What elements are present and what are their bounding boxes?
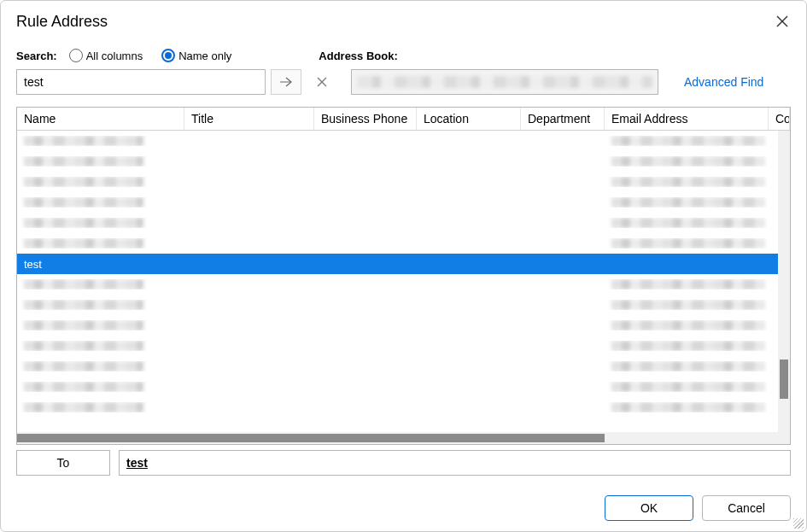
table-row[interactable] xyxy=(17,233,790,254)
rows-area[interactable]: test xyxy=(17,131,790,432)
vertical-scrollbar[interactable] xyxy=(778,131,790,432)
col-title[interactable]: Title xyxy=(184,108,314,130)
go-button[interactable] xyxy=(271,69,301,95)
clear-button[interactable] xyxy=(307,69,337,95)
col-co[interactable]: Co xyxy=(769,108,790,130)
table-row[interactable] xyxy=(17,377,790,397)
radio-icon xyxy=(69,49,83,62)
table-row[interactable] xyxy=(17,397,790,418)
table-row[interactable] xyxy=(17,315,790,336)
search-label: Search: xyxy=(16,50,57,62)
column-header-row: Name Title Business Phone Location Depar… xyxy=(17,108,790,131)
table-row[interactable] xyxy=(17,131,790,151)
search-input[interactable] xyxy=(16,69,266,95)
to-field[interactable]: test xyxy=(119,450,791,476)
advanced-find-link[interactable]: Advanced Find xyxy=(684,75,763,89)
ok-button[interactable]: OK xyxy=(605,495,693,521)
col-phone[interactable]: Business Phone xyxy=(314,108,417,130)
table-row-selected[interactable]: test xyxy=(17,254,790,274)
table-row[interactable] xyxy=(17,274,790,295)
table-row[interactable] xyxy=(17,356,790,377)
radio-all-columns[interactable]: All columns xyxy=(69,49,143,62)
cancel-button[interactable]: Cancel xyxy=(702,495,791,521)
col-dept[interactable]: Department xyxy=(521,108,605,130)
to-recipient: test xyxy=(126,456,148,470)
v-scroll-thumb[interactable] xyxy=(780,360,788,399)
h-scroll-thumb[interactable] xyxy=(17,434,605,442)
table-row[interactable] xyxy=(17,172,790,192)
resize-grip-icon[interactable] xyxy=(793,518,804,529)
radio-name-only[interactable]: Name only xyxy=(161,49,231,62)
radio-name-only-label: Name only xyxy=(178,50,231,62)
to-button[interactable]: To xyxy=(16,450,110,476)
results-table: Name Title Business Phone Location Depar… xyxy=(16,107,791,445)
address-book-label: Address Book: xyxy=(319,50,397,62)
col-email[interactable]: Email Address xyxy=(605,108,769,130)
radio-icon xyxy=(161,49,175,62)
radio-all-label: All columns xyxy=(86,50,143,62)
address-book-redacted xyxy=(357,76,652,88)
dialog-title: Rule Address xyxy=(16,13,108,31)
col-name[interactable]: Name xyxy=(17,108,184,130)
table-row[interactable] xyxy=(17,192,790,213)
selected-name: test xyxy=(17,258,184,271)
address-book-input[interactable] xyxy=(351,69,658,95)
table-row[interactable] xyxy=(17,151,790,172)
close-icon[interactable] xyxy=(770,9,794,33)
horizontal-scrollbar[interactable] xyxy=(17,432,790,444)
table-row[interactable] xyxy=(17,336,790,356)
table-row[interactable] xyxy=(17,295,790,315)
table-row[interactable] xyxy=(17,213,790,233)
col-loc[interactable]: Location xyxy=(417,108,521,130)
